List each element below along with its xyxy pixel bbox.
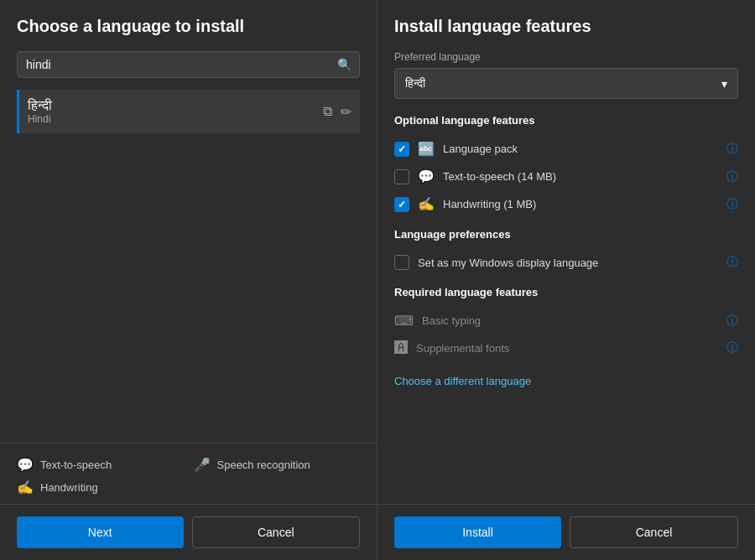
fonts-info-icon[interactable]: ⓘ bbox=[726, 340, 738, 355]
langpack-icon: 🔤 bbox=[418, 141, 435, 157]
feature-handwriting: ✍ Handwriting bbox=[17, 480, 184, 495]
install-button[interactable]: Install bbox=[394, 516, 561, 548]
left-cancel-button[interactable]: Cancel bbox=[192, 516, 361, 548]
next-button[interactable]: Next bbox=[17, 516, 184, 548]
optional-heading: Optional language features bbox=[394, 114, 738, 127]
feature-speech: 🎤 Speech recognition bbox=[194, 457, 361, 473]
left-panel-title: Choose a language to install bbox=[17, 17, 360, 36]
tts-checkbox[interactable] bbox=[394, 169, 409, 184]
copy-icon[interactable]: ⧉ bbox=[323, 104, 332, 120]
edit-icon[interactable]: ✏ bbox=[341, 104, 351, 120]
tts-opt-icon: 💬 bbox=[418, 169, 435, 184]
language-native-name: हिन्दी bbox=[28, 98, 323, 113]
tts-icon: 💬 bbox=[17, 457, 34, 473]
langpack-checkbox[interactable] bbox=[394, 142, 409, 157]
tts-opt-label: Text-to-speech (14 MB) bbox=[443, 170, 718, 183]
preferred-language-dropdown[interactable]: हिन्दी ▾ bbox=[394, 68, 738, 99]
right-cancel-button[interactable]: Cancel bbox=[570, 516, 738, 548]
display-lang-checkbox[interactable] bbox=[394, 255, 409, 270]
handwriting-label: Handwriting bbox=[40, 481, 98, 494]
language-item-text: हिन्दी Hindi bbox=[28, 98, 323, 125]
supplemental-fonts-label: Supplemental fonts bbox=[416, 342, 718, 355]
required-heading: Required language features bbox=[394, 286, 738, 298]
right-panel-title: Install language features bbox=[394, 17, 738, 36]
language-item-icons: ⧉ ✏ bbox=[323, 104, 351, 120]
display-lang-info-icon[interactable]: ⓘ bbox=[726, 255, 738, 270]
req-row-typing: ⌨ Basic typing ⓘ bbox=[394, 307, 738, 334]
features-grid: 💬 Text-to-speech 🎤 Speech recognition ✍ … bbox=[17, 457, 360, 495]
typing-icon: ⌨ bbox=[394, 313, 414, 329]
right-bottom-buttons: Install Cancel bbox=[378, 504, 755, 560]
feature-row-display-lang: Set as my Windows display language ⓘ bbox=[394, 249, 738, 276]
basic-typing-label: Basic typing bbox=[422, 314, 718, 327]
search-box: 🔍 bbox=[17, 51, 360, 78]
preferred-language-value: हिन्दी bbox=[405, 76, 425, 91]
req-row-fonts: 🅰 Supplemental fonts ⓘ bbox=[394, 334, 738, 361]
langpack-label: Language pack bbox=[443, 143, 718, 155]
feature-row-langpack: 🔤 Language pack ⓘ bbox=[394, 135, 738, 163]
handwriting-checkbox[interactable] bbox=[394, 197, 409, 212]
handwriting-icon: ✍ bbox=[17, 480, 34, 495]
display-lang-label: Set as my Windows display language bbox=[418, 257, 718, 269]
typing-info-icon[interactable]: ⓘ bbox=[726, 314, 738, 329]
preferred-label: Preferred language bbox=[394, 51, 738, 63]
handwriting-opt-label: Handwriting (1 MB) bbox=[443, 198, 718, 210]
speech-icon: 🎤 bbox=[194, 457, 211, 473]
features-section: 💬 Text-to-speech 🎤 Speech recognition ✍ … bbox=[0, 443, 377, 504]
handwriting-opt-icon: ✍ bbox=[418, 196, 435, 212]
langpack-info-icon[interactable]: ⓘ bbox=[726, 142, 738, 157]
tts-label: Text-to-speech bbox=[40, 459, 112, 471]
language-english-name: Hindi bbox=[28, 113, 323, 125]
left-content: Choose a language to install 🔍 हिन्दी Hi… bbox=[0, 0, 377, 443]
right-content: Install language features Preferred lang… bbox=[378, 0, 755, 504]
search-icon: 🔍 bbox=[337, 58, 351, 71]
language-list-item[interactable]: हिन्दी Hindi ⧉ ✏ bbox=[17, 90, 360, 133]
handwriting-info-icon[interactable]: ⓘ bbox=[726, 197, 738, 212]
speech-label: Speech recognition bbox=[217, 459, 310, 471]
feature-row-tts: 💬 Text-to-speech (14 MB) ⓘ bbox=[394, 163, 738, 190]
feature-row-handwriting: ✍ Handwriting (1 MB) ⓘ bbox=[394, 190, 738, 218]
fonts-icon: 🅰 bbox=[394, 340, 408, 355]
feature-tts: 💬 Text-to-speech bbox=[17, 457, 184, 473]
left-panel: Choose a language to install 🔍 हिन्दी Hi… bbox=[0, 0, 378, 560]
chevron-down-icon: ▾ bbox=[721, 77, 727, 91]
left-bottom-buttons: Next Cancel bbox=[0, 504, 377, 560]
prefs-heading: Language preferences bbox=[394, 228, 738, 241]
choose-different-link[interactable]: Choose a different language bbox=[394, 375, 531, 387]
search-input[interactable] bbox=[17, 51, 360, 78]
tts-info-icon[interactable]: ⓘ bbox=[726, 169, 738, 184]
right-panel: Install language features Preferred lang… bbox=[378, 0, 755, 560]
